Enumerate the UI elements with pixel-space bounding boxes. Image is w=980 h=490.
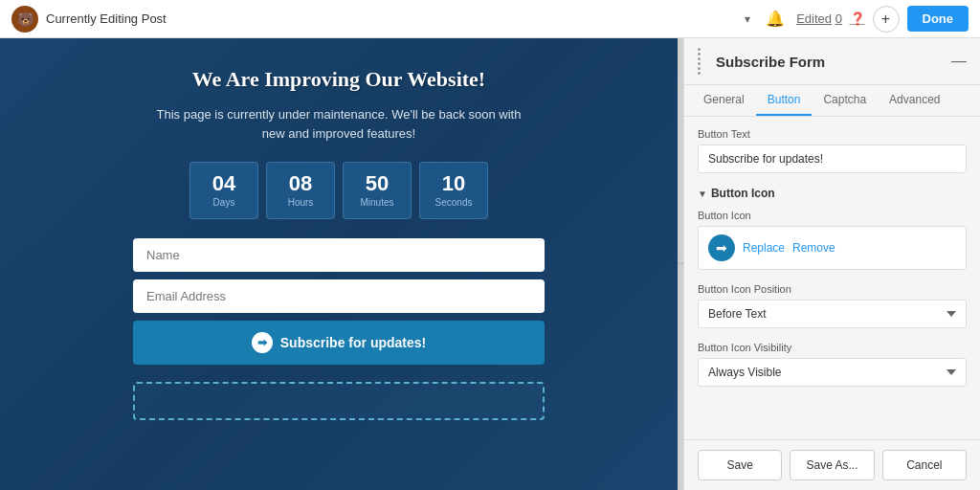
widget-header: Subscribe Form —: [684, 38, 980, 85]
widget-title-row: Subscribe Form: [698, 48, 951, 75]
button-icon-preview: ➡: [708, 234, 735, 261]
bell-icon[interactable]: 🔔: [762, 6, 789, 32]
countdown-hours-label: Hours: [288, 197, 314, 208]
remove-link[interactable]: Remove: [792, 241, 835, 255]
cancel-button[interactable]: Cancel: [882, 450, 967, 480]
dashed-placeholder: [133, 382, 545, 420]
preview-panel: We Are Improving Our Website! This page …: [0, 38, 678, 490]
tab-button[interactable]: Button: [756, 85, 813, 116]
minimize-icon[interactable]: —: [951, 54, 967, 69]
button-text-label: Button Text: [698, 128, 967, 140]
site-title: We Are Improving Our Website!: [192, 67, 485, 92]
email-input[interactable]: [133, 279, 545, 313]
drag-handle[interactable]: [698, 48, 701, 75]
topbar-right: Edited 0 ❓ + Done: [796, 6, 969, 33]
icon-section-label: Button Icon: [711, 187, 775, 200]
countdown-hours-value: 08: [289, 173, 312, 194]
subscribe-form: ➡ Subscribe for updates!: [133, 238, 545, 420]
icon-visibility-label: Button Icon Visibility: [698, 342, 967, 353]
icon-visibility-group: Button Icon Visibility Always Visible Ne…: [698, 342, 967, 387]
icon-position-group: Button Icon Position Before Text After T…: [698, 283, 967, 328]
main-layout: We Are Improving Our Website! This page …: [0, 38, 980, 490]
tab-advanced[interactable]: Advanced: [878, 85, 951, 116]
tab-captcha[interactable]: Captcha: [812, 85, 878, 116]
countdown-seconds: 10 Seconds: [419, 162, 488, 219]
topbar: 🐻 Currently Editing Post ▾ 🔔 Edited 0 ❓ …: [0, 0, 980, 38]
icon-field: ➡ Replace Remove: [698, 226, 967, 270]
countdown-days: 04 Days: [189, 162, 258, 219]
replace-link[interactable]: Replace: [743, 241, 785, 255]
done-button[interactable]: Done: [907, 6, 969, 32]
button-icon-group: Button Icon ➡ Replace Remove: [698, 210, 967, 270]
chevron-down-icon[interactable]: ▾: [741, 9, 754, 30]
icon-actions: Replace Remove: [743, 241, 835, 255]
countdown: 04 Days 08 Hours 50 Minutes 10 Seconds: [189, 162, 488, 219]
icon-section-header[interactable]: ▼ Button Icon: [698, 187, 967, 200]
countdown-hours: 08 Hours: [266, 162, 335, 219]
countdown-minutes: 50 Minutes: [343, 162, 412, 219]
countdown-minutes-label: Minutes: [360, 197, 393, 208]
countdown-days-label: Days: [213, 197, 235, 208]
tab-general[interactable]: General: [692, 85, 756, 116]
site-preview: We Are Improving Our Website! This page …: [0, 38, 678, 490]
site-subtitle: This page is currently under maintenance…: [147, 105, 530, 143]
button-text-input[interactable]: [698, 145, 967, 173]
countdown-seconds-value: 10: [442, 173, 465, 194]
submit-button[interactable]: ➡ Subscribe for updates!: [133, 321, 545, 365]
save-as-button[interactable]: Save As...: [790, 450, 874, 480]
add-button[interactable]: +: [873, 6, 900, 33]
save-button[interactable]: Save: [698, 450, 782, 480]
icon-position-select[interactable]: Before Text After Text: [698, 300, 967, 328]
countdown-days-value: 04: [212, 173, 235, 194]
logo-emoji: 🐻: [17, 11, 33, 27]
button-icon-label: Button Icon: [698, 210, 967, 221]
countdown-seconds-label: Seconds: [435, 197, 473, 208]
edited-status: Edited 0 ❓: [796, 11, 864, 26]
site-logo: 🐻: [11, 6, 38, 33]
icon-position-label: Button Icon Position: [698, 283, 967, 295]
arrow-icon: ➡: [252, 332, 273, 353]
button-text-group: Button Text: [698, 128, 967, 173]
button-icon-section: ▼ Button Icon Button Icon ➡ Replace Remo…: [698, 187, 967, 387]
submit-label: Subscribe for updates!: [280, 335, 426, 350]
panel-footer: Save Save As... Cancel: [684, 439, 980, 490]
icon-visibility-select[interactable]: Always Visible Never On Hover: [698, 358, 967, 387]
chevron-icon: ▼: [698, 189, 707, 199]
topbar-title: Currently Editing Post: [46, 11, 167, 26]
countdown-minutes-value: 50: [366, 173, 389, 194]
widget-title: Subscribe Form: [716, 54, 825, 70]
name-input[interactable]: [133, 238, 545, 272]
right-panel: Subscribe Form — General Button Captcha …: [683, 38, 980, 490]
panel-content: Button Text ▼ Button Icon Button Icon ➡ …: [684, 117, 980, 439]
help-icon[interactable]: ❓: [850, 11, 865, 26]
panel-tabs: General Button Captcha Advanced: [684, 85, 980, 117]
